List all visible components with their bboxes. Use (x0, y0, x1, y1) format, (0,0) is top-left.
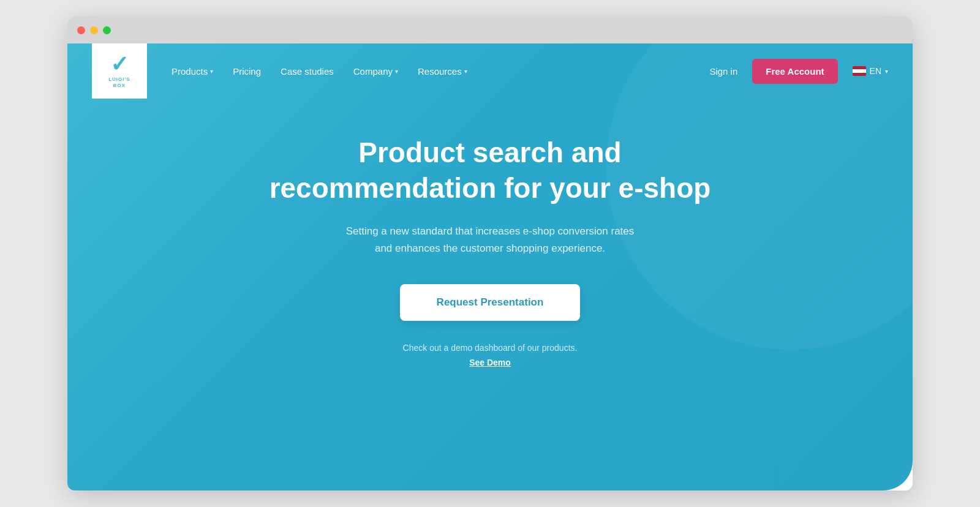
nav-company[interactable]: Company ▾ (353, 66, 398, 77)
flag-icon (853, 66, 866, 76)
language-label: EN (870, 66, 881, 76)
nav-pricing[interactable]: Pricing (233, 66, 261, 77)
browser-window: ✓ LUIGI'SBOX Products ▾ Pricing Case stu… (67, 17, 913, 490)
close-button[interactable] (77, 26, 85, 34)
hero-subtitle: Setting a new standard that increases e-… (343, 223, 637, 257)
nav-resources[interactable]: Resources ▾ (418, 66, 467, 77)
chevron-down-icon: ▾ (210, 68, 213, 75)
language-selector[interactable]: EN ▾ (853, 66, 888, 76)
free-account-button[interactable]: Free Account (752, 59, 837, 84)
hero-section: Product search and recommendation for yo… (67, 99, 913, 404)
hero-title: Product search and recommendation for yo… (257, 135, 723, 206)
logo-text: LUIGI'SBOX (108, 77, 130, 89)
maximize-button[interactable] (103, 26, 111, 34)
see-demo-link[interactable]: See Demo (469, 358, 511, 367)
nav-case-studies[interactable]: Case studies (281, 66, 334, 77)
demo-description: Check out a demo dashboard of our produc… (403, 343, 578, 353)
chevron-down-icon: ▾ (885, 68, 888, 75)
browser-chrome (67, 17, 913, 43)
navbar: ✓ LUIGI'SBOX Products ▾ Pricing Case stu… (67, 43, 913, 99)
chevron-down-icon: ▾ (464, 68, 467, 75)
nav-products[interactable]: Products ▾ (172, 66, 213, 77)
logo-checkmark-icon: ✓ (110, 53, 129, 75)
logo[interactable]: ✓ LUIGI'SBOX (92, 43, 147, 99)
request-presentation-button[interactable]: Request Presentation (400, 284, 581, 321)
page-content: ✓ LUIGI'SBOX Products ▾ Pricing Case stu… (67, 43, 913, 490)
sign-in-link[interactable]: Sign in (709, 66, 737, 77)
nav-links: Products ▾ Pricing Case studies Company … (172, 66, 709, 77)
minimize-button[interactable] (90, 26, 98, 34)
chevron-down-icon: ▾ (395, 68, 398, 75)
nav-right: Sign in Free Account EN ▾ (709, 59, 888, 84)
